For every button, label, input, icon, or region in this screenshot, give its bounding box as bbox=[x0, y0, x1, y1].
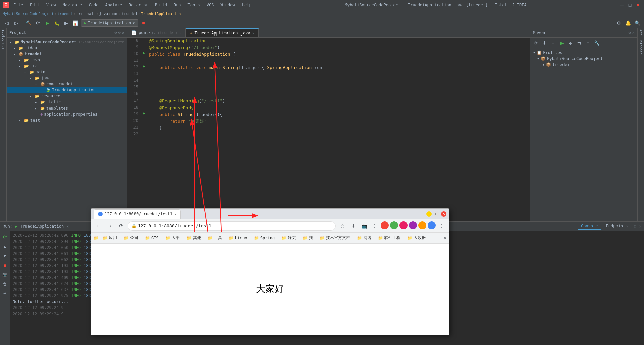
run-gutter-icon[interactable]: ▶ bbox=[143, 111, 145, 115]
panel-icon-settings[interactable]: ⚙ bbox=[118, 30, 121, 35]
maven-download-btn[interactable]: ⬇ bbox=[540, 39, 548, 47]
browser-download-btn[interactable]: ⬇ bbox=[348, 221, 358, 231]
maven-skip-btn[interactable]: ⏭ bbox=[567, 39, 575, 47]
browser-cast-btn[interactable]: 📺 bbox=[359, 221, 369, 231]
panel-icon-gear[interactable]: ⚙ bbox=[114, 30, 117, 35]
browser-more-btn[interactable]: ⋮ bbox=[370, 221, 379, 231]
forward-button[interactable]: ▷ bbox=[12, 19, 20, 27]
breadcrumb-item[interactable]: com bbox=[112, 12, 118, 16]
profiler-button[interactable]: 📊 bbox=[71, 19, 79, 27]
bookmark-find[interactable]: 📁 找 bbox=[300, 234, 316, 242]
notification-button[interactable]: 🔔 bbox=[624, 19, 632, 27]
run-restart-btn[interactable]: ⟳ bbox=[1, 232, 9, 240]
maven-expand-btn[interactable]: ≡ bbox=[584, 39, 592, 47]
run-with-coverage[interactable]: ▶ bbox=[62, 19, 70, 27]
run-settings-icon[interactable]: ⚙ bbox=[634, 224, 636, 229]
close-button[interactable]: ✕ bbox=[635, 2, 641, 8]
bookmark-linux[interactable]: 📁 Linux bbox=[226, 234, 250, 242]
browser-extension-1[interactable] bbox=[381, 221, 389, 229]
bookmark-gis[interactable]: 📁 GIS bbox=[142, 234, 161, 242]
browser-minimize-btn[interactable]: ─ bbox=[426, 211, 432, 217]
breadcrumb-item[interactable]: TruedeiApplication bbox=[141, 12, 181, 16]
browser-maximize-btn[interactable]: □ bbox=[434, 211, 439, 217]
run-gutter-icon[interactable]: ▶ bbox=[143, 51, 145, 55]
tree-item-java[interactable]: ▾ 📂 java bbox=[7, 75, 127, 81]
browser-profile-btn[interactable] bbox=[428, 221, 436, 229]
menu-code[interactable]: Code bbox=[88, 2, 100, 8]
run-wrap-btn[interactable]: ↵ bbox=[1, 289, 9, 297]
run-panel-close[interactable]: ✕ bbox=[639, 224, 641, 229]
breadcrumb-item[interactable]: MybatiSourceCodePeoject bbox=[3, 12, 54, 16]
maven-project-1[interactable]: ▾ 📦 MybatiSourceCodePeoject bbox=[532, 56, 636, 62]
back-button[interactable]: ◁ bbox=[3, 19, 11, 27]
panel-icon-close[interactable]: ✕ bbox=[122, 30, 124, 35]
run-close-tab[interactable]: ✕ bbox=[66, 224, 69, 229]
tab-close-button[interactable]: ✕ bbox=[179, 31, 181, 35]
maven-wrench-btn[interactable]: 🔧 bbox=[593, 39, 601, 47]
tree-item-static[interactable]: ▸ 📂 static bbox=[7, 99, 127, 105]
run-scroll-up-btn[interactable]: ▲ bbox=[1, 242, 9, 250]
project-panel-toggle[interactable]: 1: Project bbox=[0, 28, 6, 51]
menu-file[interactable]: File bbox=[12, 2, 24, 8]
bookmark-apps[interactable]: 📁 应用 bbox=[100, 234, 120, 242]
maven-run-btn[interactable]: ▶ bbox=[558, 39, 566, 47]
tree-item-main[interactable]: ▾ 📂 main bbox=[7, 69, 127, 75]
code-editor[interactable]: 8 @SpringBootApplication 9 @RequestMappi… bbox=[127, 38, 530, 221]
bookmark-other[interactable]: 📁 其他 bbox=[184, 234, 204, 242]
tree-item-idea[interactable]: ▸ 📂 .idea bbox=[7, 45, 127, 51]
menu-view[interactable]: View bbox=[45, 2, 57, 8]
tab-truedei-java[interactable]: ☕ TruedeiApplication.java ✕ bbox=[186, 28, 258, 37]
tree-item-truedei[interactable]: ▾ 📦 truedei bbox=[7, 51, 127, 57]
bookmark-company[interactable]: 📁 公司 bbox=[121, 234, 141, 242]
tree-item-templates[interactable]: ▸ 📂 templates bbox=[7, 105, 127, 111]
breadcrumb-item[interactable]: truedei bbox=[57, 12, 73, 16]
database-panel-toggle2[interactable]: Database bbox=[638, 37, 644, 56]
maximize-button[interactable]: □ bbox=[627, 2, 633, 8]
bookmark-spring[interactable]: 📁 Spring bbox=[251, 234, 277, 242]
tree-item-package[interactable]: ▾ 📦 com.truedei bbox=[7, 81, 127, 87]
run-configuration[interactable]: ▶ TruedeiApplication ▾ bbox=[81, 19, 138, 27]
run-scroll-down-btn[interactable]: ▼ bbox=[1, 251, 9, 259]
menu-run[interactable]: Run bbox=[172, 2, 182, 8]
breadcrumb-item[interactable]: truedei bbox=[122, 12, 137, 16]
tree-item-mvn[interactable]: ▸ 📂 .mvn bbox=[7, 57, 127, 63]
browser-back-btn[interactable]: ← bbox=[94, 221, 103, 231]
maven-thread-btn[interactable]: ⇉ bbox=[575, 39, 583, 47]
maven-refresh-btn[interactable]: ⟳ bbox=[532, 39, 540, 47]
bookmarks-more[interactable]: » bbox=[444, 236, 446, 240]
breadcrumb-item[interactable]: src bbox=[76, 12, 83, 16]
menu-analyze[interactable]: Analyze bbox=[104, 2, 123, 8]
browser-extension-2[interactable] bbox=[390, 221, 398, 229]
browser-tab-close[interactable]: ✕ bbox=[174, 212, 176, 216]
sync-button[interactable]: ⟳ bbox=[34, 19, 42, 27]
maven-close-icon[interactable]: ✕ bbox=[632, 30, 635, 35]
breadcrumb-item[interactable]: java bbox=[99, 12, 108, 16]
browser-menu-btn[interactable]: ⋮ bbox=[437, 221, 446, 231]
browser-extension-4[interactable] bbox=[409, 221, 417, 229]
browser-tab-active[interactable]: 127.0.0.1:8080/truedei/test1 ✕ bbox=[94, 209, 181, 219]
browser-close-btn[interactable]: ✕ bbox=[441, 211, 446, 217]
maven-plus-btn[interactable]: + bbox=[549, 39, 557, 47]
tree-item-truedeiapp[interactable]: 🍃 TruedeiApplication bbox=[7, 87, 127, 93]
run-button[interactable]: ▶ bbox=[43, 19, 51, 27]
debug-button[interactable]: 🐛 bbox=[53, 19, 61, 27]
bookmark-good-articles[interactable]: 📁 好文 bbox=[279, 234, 299, 242]
tree-item-resources[interactable]: ▾ 📂 resources bbox=[7, 93, 127, 99]
settings-button[interactable]: ⚙ bbox=[614, 19, 623, 27]
run-clear-btn[interactable]: 🗑 bbox=[1, 279, 9, 287]
browser-extension-5[interactable] bbox=[418, 221, 426, 229]
database-panel-toggle[interactable]: Ant bbox=[638, 28, 644, 37]
run-stop-btn[interactable]: ■ bbox=[1, 261, 9, 269]
menu-help[interactable]: Help bbox=[240, 2, 253, 8]
menu-navigate[interactable]: Navigate bbox=[61, 2, 84, 8]
tree-item-src[interactable]: ▾ 📂 src bbox=[7, 63, 127, 69]
maven-profiles[interactable]: ▾ 📋 Profiles bbox=[532, 50, 636, 56]
tab-close-button[interactable]: ✕ bbox=[252, 31, 254, 35]
run-gutter-icon[interactable]: ▶ bbox=[143, 64, 145, 68]
browser-bookmark-btn[interactable]: ☆ bbox=[338, 221, 347, 231]
stop-button[interactable]: ■ bbox=[140, 19, 148, 27]
browser-reload-btn[interactable]: ⟳ bbox=[116, 221, 126, 231]
tab-pom-xml[interactable]: 📄 pom.xml (truedei) ✕ bbox=[127, 28, 186, 37]
minimize-button[interactable]: ─ bbox=[619, 2, 625, 8]
bookmark-software-eng[interactable]: 📁 软件工程 bbox=[375, 234, 403, 242]
